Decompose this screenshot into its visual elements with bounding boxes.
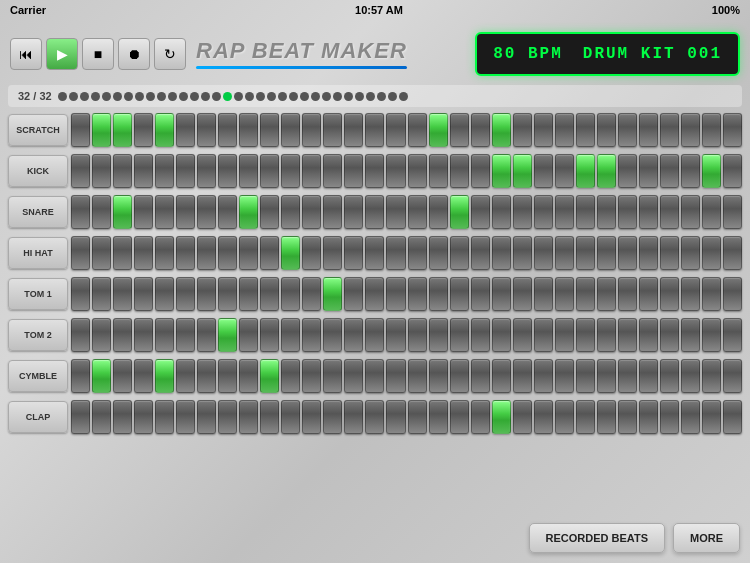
pad-0-27[interactable] (639, 113, 658, 147)
pad-4-18[interactable] (450, 277, 469, 311)
pad-4-3[interactable] (134, 277, 153, 311)
pad-0-0[interactable] (71, 113, 90, 147)
drum-label-kick[interactable]: KICK (8, 155, 68, 187)
pad-1-14[interactable] (365, 154, 384, 188)
pad-3-17[interactable] (429, 236, 448, 270)
pad-6-25[interactable] (597, 359, 616, 393)
pad-0-12[interactable] (323, 113, 342, 147)
pad-6-13[interactable] (344, 359, 363, 393)
pad-7-15[interactable] (386, 400, 405, 434)
pad-7-8[interactable] (239, 400, 258, 434)
pad-6-1[interactable] (92, 359, 111, 393)
pad-0-18[interactable] (450, 113, 469, 147)
pad-6-31[interactable] (723, 359, 742, 393)
pad-2-8[interactable] (239, 195, 258, 229)
pad-4-5[interactable] (176, 277, 195, 311)
pad-0-31[interactable] (723, 113, 742, 147)
pad-6-30[interactable] (702, 359, 721, 393)
pad-0-21[interactable] (513, 113, 532, 147)
pad-1-16[interactable] (408, 154, 427, 188)
pad-7-14[interactable] (365, 400, 384, 434)
pad-4-14[interactable] (365, 277, 384, 311)
pad-1-19[interactable] (471, 154, 490, 188)
pad-5-23[interactable] (555, 318, 574, 352)
pad-5-14[interactable] (365, 318, 384, 352)
pad-5-11[interactable] (302, 318, 321, 352)
pad-3-14[interactable] (365, 236, 384, 270)
pad-5-10[interactable] (281, 318, 300, 352)
pad-7-9[interactable] (260, 400, 279, 434)
pad-6-24[interactable] (576, 359, 595, 393)
pad-3-23[interactable] (555, 236, 574, 270)
pad-6-19[interactable] (471, 359, 490, 393)
pad-0-13[interactable] (344, 113, 363, 147)
pad-5-31[interactable] (723, 318, 742, 352)
pad-1-0[interactable] (71, 154, 90, 188)
pad-3-8[interactable] (239, 236, 258, 270)
pad-3-0[interactable] (71, 236, 90, 270)
pad-2-2[interactable] (113, 195, 132, 229)
drum-label-tom-1[interactable]: TOM 1 (8, 278, 68, 310)
pad-5-19[interactable] (471, 318, 490, 352)
pad-6-23[interactable] (555, 359, 574, 393)
pad-7-2[interactable] (113, 400, 132, 434)
pad-1-20[interactable] (492, 154, 511, 188)
pad-1-21[interactable] (513, 154, 532, 188)
pad-3-26[interactable] (618, 236, 637, 270)
pad-0-9[interactable] (260, 113, 279, 147)
pad-6-20[interactable] (492, 359, 511, 393)
pad-0-3[interactable] (134, 113, 153, 147)
pad-2-11[interactable] (302, 195, 321, 229)
pad-1-30[interactable] (702, 154, 721, 188)
pad-1-24[interactable] (576, 154, 595, 188)
pad-4-4[interactable] (155, 277, 174, 311)
pad-0-26[interactable] (618, 113, 637, 147)
pad-5-27[interactable] (639, 318, 658, 352)
pad-4-10[interactable] (281, 277, 300, 311)
pad-1-29[interactable] (681, 154, 700, 188)
pad-6-12[interactable] (323, 359, 342, 393)
pad-4-23[interactable] (555, 277, 574, 311)
pad-3-29[interactable] (681, 236, 700, 270)
pad-3-7[interactable] (218, 236, 237, 270)
play-button[interactable]: ▶ (46, 38, 78, 70)
pad-5-6[interactable] (197, 318, 216, 352)
pad-6-2[interactable] (113, 359, 132, 393)
pad-0-24[interactable] (576, 113, 595, 147)
pad-5-16[interactable] (408, 318, 427, 352)
pad-6-6[interactable] (197, 359, 216, 393)
pad-5-8[interactable] (239, 318, 258, 352)
pad-2-17[interactable] (429, 195, 448, 229)
pad-2-6[interactable] (197, 195, 216, 229)
pad-4-0[interactable] (71, 277, 90, 311)
pad-7-16[interactable] (408, 400, 427, 434)
pad-2-29[interactable] (681, 195, 700, 229)
pad-6-14[interactable] (365, 359, 384, 393)
pad-0-15[interactable] (386, 113, 405, 147)
pad-2-14[interactable] (365, 195, 384, 229)
pad-2-3[interactable] (134, 195, 153, 229)
pad-0-7[interactable] (218, 113, 237, 147)
drum-label-hi-hat[interactable]: HI HAT (8, 237, 68, 269)
pad-1-8[interactable] (239, 154, 258, 188)
pad-2-21[interactable] (513, 195, 532, 229)
pad-3-12[interactable] (323, 236, 342, 270)
pad-6-3[interactable] (134, 359, 153, 393)
pad-7-0[interactable] (71, 400, 90, 434)
pad-5-28[interactable] (660, 318, 679, 352)
pad-2-28[interactable] (660, 195, 679, 229)
pad-6-17[interactable] (429, 359, 448, 393)
pad-5-2[interactable] (113, 318, 132, 352)
pad-0-10[interactable] (281, 113, 300, 147)
pad-5-13[interactable] (344, 318, 363, 352)
pad-6-16[interactable] (408, 359, 427, 393)
pad-2-26[interactable] (618, 195, 637, 229)
pad-6-0[interactable] (71, 359, 90, 393)
pad-3-30[interactable] (702, 236, 721, 270)
pad-7-4[interactable] (155, 400, 174, 434)
pad-0-17[interactable] (429, 113, 448, 147)
pad-2-0[interactable] (71, 195, 90, 229)
pad-6-27[interactable] (639, 359, 658, 393)
pad-5-20[interactable] (492, 318, 511, 352)
pad-5-25[interactable] (597, 318, 616, 352)
